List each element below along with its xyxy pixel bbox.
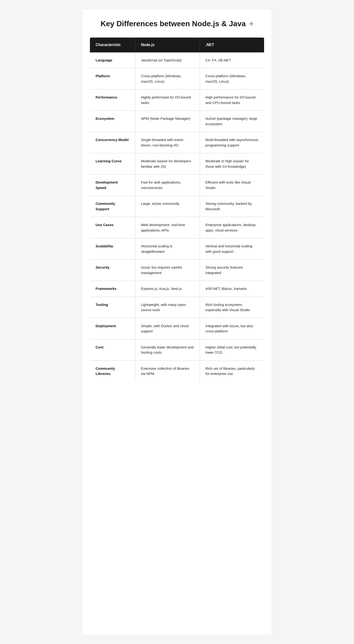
table-row: FrameworksExpress.js, Koa.js, Nest.jsASP… <box>90 281 264 297</box>
page-title: Key Differences between Node.js & Java ✈ <box>90 19 264 29</box>
table-row: Community LibrariesExtensive collection … <box>90 360 264 382</box>
comparison-table: Characteristic Node.js .NET LanguageJava… <box>90 37 264 382</box>
cell-dotnet: Higher initial cost, but potentially low… <box>200 339 264 360</box>
cell-dotnet: High performance for I/O-bound and CPU-b… <box>200 90 264 111</box>
cell-characteristic: Community Support <box>90 196 135 217</box>
table-row: PerformanceHighly performant for I/O-bou… <box>90 90 264 111</box>
cell-dotnet: Integrated with Azure, but also cross-pl… <box>200 318 264 339</box>
table-row: ToolingLightweight, with many open-sourc… <box>90 297 264 318</box>
table-row: Community SupportLarge, active community… <box>90 196 264 217</box>
cell-dotnet: Moderate to high (easier for those with … <box>200 153 264 174</box>
cell-dotnet: Strong security features integrated <box>200 260 264 281</box>
header-row: Characteristic Node.js .NET <box>90 37 264 52</box>
cell-nodejs: Generally lower development and hosting … <box>135 339 200 360</box>
table-row: CostGenerally lower development and host… <box>90 339 264 360</box>
cell-dotnet: Vertical and horizontal scaling with goo… <box>200 238 264 260</box>
table-row: Concurrency ModelSingle-threaded with ev… <box>90 132 264 153</box>
header-nodejs: Node.js <box>135 37 200 52</box>
cell-nodejs: Horizontal scaling is straightforward <box>135 238 200 260</box>
table-row: Development SpeedFast for web applicatio… <box>90 174 264 196</box>
cell-characteristic: Tooling <box>90 297 135 318</box>
cell-nodejs: Express.js, Koa.js, Nest.js <box>135 281 200 297</box>
cell-dotnet: Rich tooling ecosystem, especially with … <box>200 297 264 318</box>
table-header: Characteristic Node.js .NET <box>90 37 264 52</box>
table-body: LanguageJavaScript (or TypeScript)C#, F#… <box>90 52 264 382</box>
cell-characteristic: Concurrency Model <box>90 132 135 153</box>
cell-characteristic: Cost <box>90 339 135 360</box>
cell-characteristic: Performance <box>90 90 135 111</box>
table-row: PlatformCross-platform (Windows, macOS, … <box>90 68 264 90</box>
table-row: Learning CurveModerate (easier for devel… <box>90 153 264 174</box>
cell-characteristic: Language <box>90 52 135 68</box>
table-row: ScalabilityHorizontal scaling is straigh… <box>90 238 264 260</box>
cell-nodejs: Simple, with Docker and cloud support <box>135 318 200 339</box>
header-characteristic: Characteristic <box>90 37 135 52</box>
cell-nodejs: Extensive collection of libraries via NP… <box>135 360 200 382</box>
cell-characteristic: Learning Curve <box>90 153 135 174</box>
cell-dotnet: Efficient with tools like Visual Studio <box>200 174 264 196</box>
cell-nodejs: Good, but requires careful management <box>135 260 200 281</box>
bird-icon: ✈ <box>249 21 254 27</box>
cell-characteristic: Ecosystem <box>90 111 135 132</box>
cell-dotnet: ASP.NET, Blazor, Xamarin <box>200 281 264 297</box>
page-container: Key Differences between Node.js & Java ✈… <box>83 10 271 634</box>
cell-nodejs: Large, active community <box>135 196 200 217</box>
cell-nodejs: Fast for web applications, microservices <box>135 174 200 196</box>
table-row: LanguageJavaScript (or TypeScript)C#, F#… <box>90 52 264 68</box>
cell-nodejs: Lightweight, with many open-source tools <box>135 297 200 318</box>
cell-characteristic: Use Cases <box>90 217 135 238</box>
table-row: DeploymentSimple, with Docker and cloud … <box>90 318 264 339</box>
cell-dotnet: Multi-threaded with asynchronous program… <box>200 132 264 153</box>
cell-characteristic: Scalability <box>90 238 135 260</box>
cell-characteristic: Deployment <box>90 318 135 339</box>
cell-dotnet: Rich set of libraries, particularly for … <box>200 360 264 382</box>
cell-nodejs: Cross-platform (Windows, macOS, Linux) <box>135 68 200 90</box>
cell-nodejs: Moderate (easier for developers familiar… <box>135 153 200 174</box>
cell-dotnet: Cross-platform (Windows, macOS, Linux) <box>200 68 264 90</box>
cell-dotnet: Strong community, backed by Microsoft <box>200 196 264 217</box>
cell-characteristic: Frameworks <box>90 281 135 297</box>
table-row: SecurityGood, but requires careful manag… <box>90 260 264 281</box>
cell-characteristic: Development Speed <box>90 174 135 196</box>
cell-nodejs: Single-threaded with event-driven, non-b… <box>135 132 200 153</box>
cell-dotnet: NuGet (package manager), large ecosystem <box>200 111 264 132</box>
cell-characteristic: Community Libraries <box>90 360 135 382</box>
table-row: Use CasesWeb development, real-time appl… <box>90 217 264 238</box>
cell-nodejs: Highly performant for I/O-bound tasks <box>135 90 200 111</box>
cell-characteristic: Platform <box>90 68 135 90</box>
cell-nodejs: JavaScript (or TypeScript) <box>135 52 200 68</box>
table-row: EcosystemNPM (Node Package Manager)NuGet… <box>90 111 264 132</box>
cell-nodejs: NPM (Node Package Manager) <box>135 111 200 132</box>
cell-dotnet: Enterprise applications, desktop apps, c… <box>200 217 264 238</box>
cell-dotnet: C#, F#, VB.NET <box>200 52 264 68</box>
cell-characteristic: Security <box>90 260 135 281</box>
cell-nodejs: Web development, real-time applications,… <box>135 217 200 238</box>
header-dotnet: .NET <box>200 37 264 52</box>
